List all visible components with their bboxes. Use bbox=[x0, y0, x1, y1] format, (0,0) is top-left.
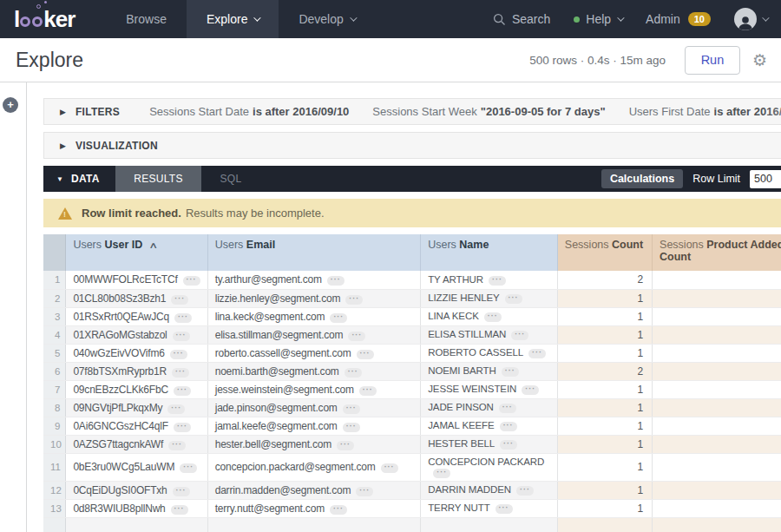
cell-name[interactable]: TERRY NUTT bbox=[421, 499, 558, 517]
data-section-toggle[interactable]: DATA bbox=[43, 166, 115, 192]
cell-count[interactable]: 1 bbox=[557, 481, 652, 499]
cell-count[interactable]: 2 bbox=[557, 362, 652, 380]
cell-name[interactable]: LIZZIE HENLEY bbox=[421, 289, 558, 307]
filters-label[interactable]: FILTERS bbox=[75, 106, 120, 118]
column-header-product-added[interactable]: Sessions Product Added Session Count bbox=[653, 234, 781, 271]
visualization-label[interactable]: VISUALIZATION bbox=[75, 140, 158, 152]
expand-right-icon[interactable] bbox=[60, 141, 66, 150]
cell-count[interactable]: 1 bbox=[557, 325, 652, 344]
filter-item[interactable]: Sessions Start Dateis after 2016/09/10 bbox=[149, 105, 349, 118]
cell-user-id[interactable]: 0AZSG7ttagcnkAWf bbox=[66, 435, 207, 453]
cell-product-added[interactable]: 0 bbox=[653, 499, 781, 517]
cell-menu-icon[interactable] bbox=[343, 404, 360, 414]
tab-results[interactable]: RESULTS bbox=[115, 166, 201, 192]
cell-email[interactable]: noemi.barth@segment.com bbox=[207, 362, 421, 380]
nav-item-develop[interactable]: Develop bbox=[279, 0, 374, 38]
cell-user-id[interactable]: 01XRAGoMGstabzol bbox=[66, 325, 207, 344]
cell-count[interactable]: 1 bbox=[557, 435, 652, 453]
cell-menu-icon[interactable] bbox=[502, 367, 519, 377]
cell-menu-icon[interactable] bbox=[168, 441, 186, 450]
cell-menu-icon[interactable] bbox=[183, 276, 200, 286]
cell-menu-icon[interactable] bbox=[174, 423, 191, 432]
cell-email[interactable]: jade.pinson@segment.com bbox=[207, 398, 421, 417]
cell-count[interactable]: 1 bbox=[557, 453, 652, 481]
cell-menu-icon[interactable] bbox=[381, 463, 398, 473]
cell-product-added[interactable]: 1 bbox=[653, 380, 781, 398]
filter-item[interactable]: Users First Dateis after 2016/09/10 bbox=[629, 105, 781, 118]
cell-menu-icon[interactable] bbox=[522, 385, 539, 395]
cell-menu-icon[interactable] bbox=[180, 463, 197, 473]
cell-email[interactable]: lina.keck@segment.com bbox=[207, 307, 421, 325]
cell-menu-icon[interactable] bbox=[167, 404, 185, 414]
cell-menu-icon[interactable] bbox=[330, 505, 347, 515]
cell-user-id[interactable]: 0Ai6GNCGszHC4qlF bbox=[66, 417, 207, 435]
filter-item[interactable]: Sessions Start Week"2016-09-05 for 7 day… bbox=[372, 105, 605, 118]
cell-menu-icon[interactable] bbox=[484, 312, 502, 322]
cell-menu-icon[interactable] bbox=[496, 504, 513, 514]
cell-count[interactable]: 1 bbox=[557, 289, 652, 307]
cell-product-added[interactable]: 1 bbox=[653, 481, 781, 499]
cell-menu-icon[interactable] bbox=[171, 295, 188, 305]
cell-name[interactable]: JADE PINSON bbox=[421, 398, 558, 417]
calculations-button[interactable]: Calculations bbox=[601, 169, 683, 188]
cell-user-id[interactable] bbox=[66, 517, 207, 532]
admin-menu[interactable]: Admin 10 bbox=[646, 12, 711, 26]
cell-name[interactable]: HESTER BELL bbox=[421, 435, 558, 453]
cell-menu-icon[interactable] bbox=[174, 313, 192, 323]
cell-menu-icon[interactable] bbox=[345, 295, 363, 305]
cell-name[interactable]: DARRIN MADDEN bbox=[421, 481, 558, 499]
cell-email[interactable] bbox=[207, 517, 421, 532]
cell-email[interactable]: terry.nutt@segment.com bbox=[207, 499, 421, 517]
cell-menu-icon[interactable] bbox=[173, 332, 190, 341]
cell-user-id[interactable]: 09NGVtjPfLPkqxMy bbox=[66, 398, 207, 417]
column-header-count[interactable]: Sessions Count bbox=[557, 234, 652, 271]
cell-name[interactable]: ROBERTO CASSELL bbox=[421, 344, 558, 362]
cell-name[interactable] bbox=[421, 517, 558, 532]
cell-name[interactable]: JAMAL KEEFE bbox=[421, 417, 558, 435]
cell-product-added[interactable] bbox=[653, 517, 781, 532]
cell-product-added[interactable]: 1 bbox=[653, 307, 781, 325]
cell-user-id[interactable]: 09cnEBzzCLKk6FbC bbox=[66, 380, 207, 398]
cell-menu-icon[interactable] bbox=[330, 313, 347, 323]
column-header-name[interactable]: Users Name bbox=[421, 234, 558, 271]
cell-menu-icon[interactable] bbox=[343, 423, 360, 432]
cell-user-id[interactable]: 01RSxRrt0QEAwJCq bbox=[66, 307, 207, 325]
cell-menu-icon[interactable] bbox=[345, 368, 362, 378]
cell-product-added[interactable]: 2 bbox=[653, 362, 781, 380]
cell-menu-icon[interactable] bbox=[505, 294, 522, 304]
cell-product-added[interactable]: 2 bbox=[653, 271, 781, 289]
cell-menu-icon[interactable] bbox=[499, 404, 516, 413]
gear-icon[interactable]: ⚙ bbox=[752, 50, 767, 70]
cell-product-added[interactable]: 1 bbox=[653, 344, 781, 362]
cell-count[interactable] bbox=[557, 517, 652, 532]
cell-count[interactable]: 1 bbox=[557, 417, 652, 435]
row-limit-input[interactable] bbox=[750, 170, 781, 188]
cell-user-id[interactable]: 01CL80b08Sz3Bzh1 bbox=[66, 289, 207, 307]
cell-user-id[interactable]: 0bE3ru0WCg5LauWM bbox=[66, 453, 207, 481]
cell-email[interactable]: jamal.keefe@segment.com bbox=[207, 417, 421, 435]
search-button[interactable]: Search bbox=[493, 12, 550, 26]
cell-menu-icon[interactable] bbox=[500, 440, 517, 450]
cell-product-added[interactable]: 1 bbox=[653, 325, 781, 344]
cell-menu-icon[interactable] bbox=[357, 350, 374, 359]
cell-count[interactable]: 1 bbox=[557, 398, 652, 417]
cell-menu-icon[interactable] bbox=[171, 505, 188, 515]
column-header-user-id[interactable]: Users User ID bbox=[66, 234, 207, 271]
cell-menu-icon[interactable] bbox=[489, 276, 506, 286]
cell-menu-icon[interactable] bbox=[359, 386, 377, 396]
cell-menu-icon[interactable] bbox=[327, 276, 345, 286]
cell-menu-icon[interactable] bbox=[511, 331, 528, 340]
cell-user-id[interactable]: 07f8bTSXmRyprb1R bbox=[66, 362, 207, 380]
cell-email[interactable]: ty.arthur@segment.com bbox=[207, 271, 421, 289]
cell-count[interactable]: 1 bbox=[557, 499, 652, 517]
cell-email[interactable]: lizzie.henley@segment.com bbox=[207, 289, 421, 307]
cell-email[interactable]: concepcion.packard@segment.com bbox=[207, 453, 421, 481]
add-icon[interactable] bbox=[3, 97, 18, 113]
cell-name[interactable]: NOEMI BARTH bbox=[421, 362, 558, 380]
cell-name[interactable]: LINA KECK bbox=[421, 307, 558, 325]
expand-right-icon[interactable] bbox=[60, 108, 66, 116]
cell-menu-icon[interactable] bbox=[433, 469, 450, 478]
tab-sql[interactable]: SQL bbox=[201, 166, 260, 192]
cell-name[interactable]: CONCEPCION PACKARD bbox=[421, 453, 558, 481]
cell-user-id[interactable]: 0CqEiDUgSI0OFTxh bbox=[66, 481, 207, 499]
